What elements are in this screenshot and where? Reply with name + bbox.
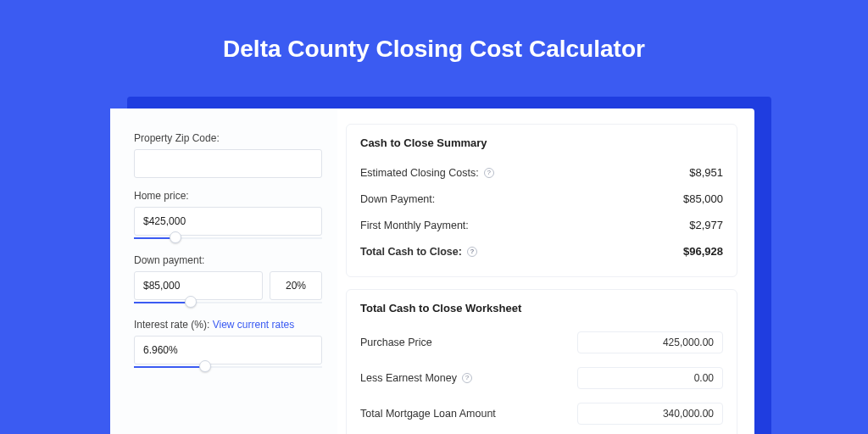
summary-row: First Monthly Payment:$2,977 <box>360 212 723 238</box>
slider-thumb[interactable] <box>170 231 181 243</box>
help-icon[interactable]: ? <box>462 373 472 383</box>
worksheet-row-label: Total Mortgage Loan Amount <box>360 408 496 420</box>
calculator-card: Property Zip Code: Home price: Down paym… <box>110 108 754 434</box>
summary-row-value: $8,951 <box>689 166 723 179</box>
summary-heading: Cash to Close Summary <box>360 136 723 149</box>
summary-row-value: $2,977 <box>689 219 723 231</box>
worksheet-row-value[interactable] <box>577 331 723 353</box>
home-price-slider[interactable] <box>134 234 322 242</box>
worksheet-row: Less Earnest Money? <box>360 360 723 396</box>
summary-row-value: $85,000 <box>683 192 723 205</box>
field-interest: Interest rate (%): View current rates <box>134 319 322 371</box>
home-price-input[interactable] <box>134 207 322 236</box>
view-rates-link[interactable]: View current rates <box>213 319 295 331</box>
summary-row-label: Down Payment: <box>360 193 435 205</box>
worksheet-row-label: Purchase Price <box>360 337 432 348</box>
help-icon[interactable]: ? <box>467 247 477 257</box>
summary-row: Down Payment:$85,000 <box>360 186 723 212</box>
summary-total-value: $96,928 <box>683 245 723 258</box>
summary-rows: Estimated Closing Costs:?$8,951Down Paym… <box>360 159 723 238</box>
results-pane: Cash to Close Summary Estimated Closing … <box>337 108 754 434</box>
summary-row: Estimated Closing Costs:?$8,951 <box>360 159 723 186</box>
worksheet-row: Total Mortgage Loan Amount <box>360 396 723 431</box>
worksheet-heading: Total Cash to Close Worksheet <box>360 302 723 314</box>
summary-total-label: Total Cash to Close: <box>360 246 462 258</box>
interest-input[interactable] <box>134 336 322 364</box>
slider-fill <box>134 302 191 303</box>
inputs-pane: Property Zip Code: Home price: Down paym… <box>110 108 337 434</box>
interest-slider[interactable] <box>134 363 322 371</box>
zip-input[interactable] <box>134 149 322 178</box>
field-down-payment: Down payment: <box>134 254 322 307</box>
summary-row-label: Estimated Closing Costs: <box>360 167 479 179</box>
slider-thumb[interactable] <box>199 360 211 372</box>
field-home-price: Home price: <box>134 190 322 242</box>
down-payment-slider[interactable] <box>134 298 322 307</box>
field-zip: Property Zip Code: <box>134 132 322 178</box>
summary-total-row: Total Cash to Close: ? $96,928 <box>360 238 723 264</box>
down-payment-pct-input[interactable] <box>270 271 322 300</box>
summary-row-label: First Monthly Payment: <box>360 220 469 231</box>
summary-panel: Cash to Close Summary Estimated Closing … <box>346 124 737 277</box>
interest-label: Interest rate (%): <box>134 319 209 331</box>
page-title: Delta County Closing Cost Calculator <box>0 0 868 78</box>
worksheet-panel: Total Cash to Close Worksheet Purchase P… <box>346 289 737 434</box>
down-payment-input[interactable] <box>134 271 263 300</box>
slider-thumb[interactable] <box>185 296 197 308</box>
worksheet-row-value[interactable] <box>577 403 723 425</box>
worksheet-row-value[interactable] <box>577 367 723 389</box>
zip-label: Property Zip Code: <box>134 132 322 144</box>
worksheet-row: Purchase Price <box>360 325 723 360</box>
worksheet-row-label: Less Earnest Money <box>360 372 457 384</box>
worksheet-rows: Purchase PriceLess Earnest Money?Total M… <box>360 325 723 434</box>
down-payment-label: Down payment: <box>134 254 322 266</box>
help-icon[interactable]: ? <box>484 168 494 178</box>
home-price-label: Home price: <box>134 190 322 202</box>
interest-label-row: Interest rate (%): View current rates <box>134 319 322 331</box>
slider-fill <box>134 366 205 368</box>
